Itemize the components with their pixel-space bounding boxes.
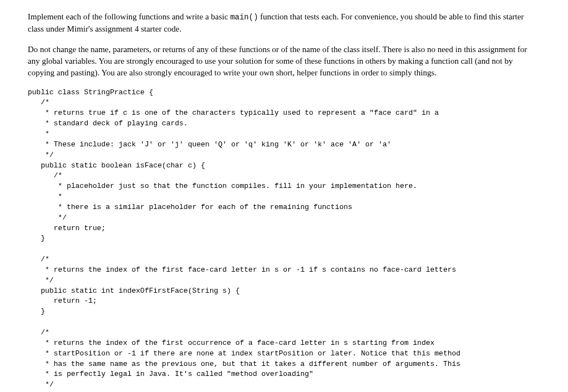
intro-paragraph-2: Do not change the name, parameters, or r… xyxy=(28,44,540,79)
java-code-block: public class StringPractice { /* * retur… xyxy=(28,88,540,392)
para1-text-a: Implement each of the following function… xyxy=(28,12,230,21)
intro-paragraph-1: Implement each of the following function… xyxy=(28,11,540,35)
main-function-name: main() xyxy=(230,13,258,22)
